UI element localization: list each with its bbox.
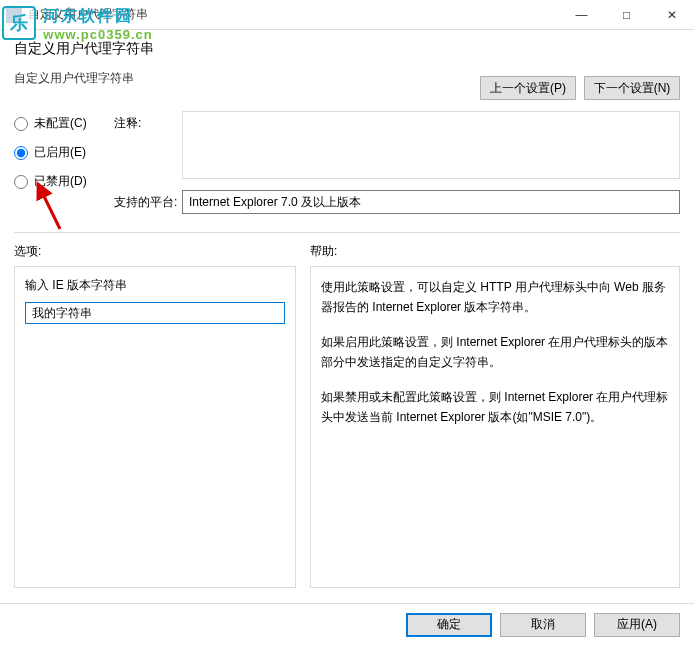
next-setting-button[interactable]: 下一个设置(N) (584, 76, 680, 100)
help-label: 帮助: (310, 243, 680, 260)
lower-area: 选项: 输入 IE 版本字符串 帮助: 使用此策略设置，可以自定义 HTTP 用… (0, 239, 694, 593)
config-row: 未配置(C) 已启用(E) 已禁用(D) 注释: 支持的平台: (0, 107, 694, 226)
radio-disabled-input[interactable] (14, 175, 28, 189)
help-text-2: 如果启用此策略设置，则 Internet Explorer 在用户代理标头的版本… (321, 332, 669, 373)
ok-button[interactable]: 确定 (406, 613, 492, 637)
svg-line-0 (38, 184, 60, 229)
divider (14, 232, 680, 233)
prev-setting-button[interactable]: 上一个设置(P) (480, 76, 576, 100)
radio-not-configured-input[interactable] (14, 117, 28, 131)
minimize-button[interactable]: — (559, 0, 604, 30)
platform-input[interactable] (182, 190, 680, 214)
radio-not-configured[interactable]: 未配置(C) (14, 115, 114, 132)
titlebar: 自定义用户代理字符串 — □ ✕ (0, 0, 694, 30)
radio-disabled-label: 已禁用(D) (34, 173, 87, 190)
close-button[interactable]: ✕ (649, 0, 694, 30)
options-panel: 输入 IE 版本字符串 (14, 266, 296, 588)
radio-enabled-input[interactable] (14, 146, 28, 160)
app-icon (6, 7, 22, 23)
help-text-1: 使用此策略设置，可以自定义 HTTP 用户代理标头中向 Web 服务器报告的 I… (321, 277, 669, 318)
cancel-button[interactable]: 取消 (500, 613, 586, 637)
apply-button[interactable]: 应用(A) (594, 613, 680, 637)
footer: 确定 取消 应用(A) (0, 603, 694, 645)
ie-string-input[interactable] (25, 302, 285, 324)
page-title: 自定义用户代理字符串 (14, 40, 680, 58)
comment-label: 注释: (114, 111, 182, 132)
radio-not-configured-label: 未配置(C) (34, 115, 87, 132)
window-title: 自定义用户代理字符串 (28, 6, 559, 23)
radio-disabled[interactable]: 已禁用(D) (14, 173, 114, 190)
comment-textarea[interactable] (182, 111, 680, 179)
options-label: 选项: (14, 243, 296, 260)
maximize-button[interactable]: □ (604, 0, 649, 30)
ie-string-label: 输入 IE 版本字符串 (25, 277, 285, 294)
help-text-3: 如果禁用或未配置此策略设置，则 Internet Explorer 在用户代理标… (321, 387, 669, 428)
radio-enabled-label: 已启用(E) (34, 144, 86, 161)
radio-group: 未配置(C) 已启用(E) 已禁用(D) (14, 111, 114, 202)
platform-label: 支持的平台: (114, 190, 182, 211)
header: 自定义用户代理字符串 自定义用户代理字符串 上一个设置(P) 下一个设置(N) (0, 30, 694, 107)
help-panel: 使用此策略设置，可以自定义 HTTP 用户代理标头中向 Web 服务器报告的 I… (310, 266, 680, 588)
radio-enabled[interactable]: 已启用(E) (14, 144, 114, 161)
